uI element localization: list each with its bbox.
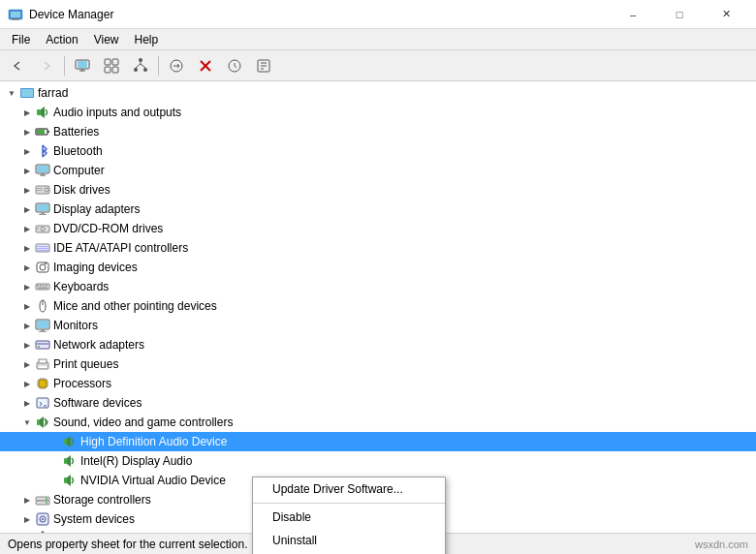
expander-monitors[interactable] [19,318,35,333]
system-icon [35,511,50,527]
tree-label-computer: Computer [53,164,105,177]
svg-rect-44 [37,250,48,251]
svg-rect-58 [39,331,47,332]
tree-label-monitors: Monitors [53,319,98,332]
expander-storage[interactable] [19,492,35,508]
tree-item-print[interactable]: Print queues [0,354,756,374]
main-area: farrad Audio inputs and outputsBatteries… [0,81,756,533]
processor-icon [35,376,50,391]
expander-keyboards[interactable] [19,279,35,294]
back-button[interactable] [4,54,31,77]
svg-rect-50 [40,285,42,287]
forward-button[interactable] [33,54,60,77]
root-expander[interactable] [4,85,19,101]
expander-disk[interactable] [19,182,35,198]
expander-usb[interactable] [19,531,35,533]
tree-item-sound[interactable]: Sound, video and game controllers [0,413,756,432]
storage-icon [35,492,50,508]
expander-display[interactable] [19,201,35,217]
menu-view[interactable]: View [86,31,127,48]
expander-system[interactable] [19,511,35,527]
tree-item-processors[interactable]: Processors [0,374,756,393]
audio-device-icon [62,473,78,488]
tree-item-monitors[interactable]: Monitors [0,316,756,335]
tree-item-disk[interactable]: Disk drives [0,180,756,200]
expander-audio[interactable] [19,105,35,120]
tree-item-computer[interactable]: Computer [0,161,756,180]
tree-root[interactable]: farrad [0,83,756,103]
tree-label-intel-display: Intel(R) Display Audio [80,454,192,468]
connection-button[interactable] [127,54,154,77]
tree-item-network[interactable]: Network adapters [0,335,756,354]
tree-item-ide[interactable]: IDE ATA/ATAPI controllers [0,238,756,258]
expander-processors[interactable] [19,376,35,391]
tree-label-system: System devices [53,512,135,526]
menu-action[interactable]: Action [38,31,85,48]
tree-item-display[interactable]: Display adapters [0,200,756,219]
svg-rect-59 [36,341,49,349]
svg-rect-84 [64,458,67,464]
expander-software[interactable] [19,395,35,411]
context-menu-item-uninstall[interactable]: Uninstall [253,529,445,552]
context-menu-item-update-driver[interactable]: Update Driver Software... [253,477,445,501]
expander-imaging[interactable] [19,260,35,275]
expander-print[interactable] [19,356,35,372]
properties-button[interactable] [250,54,277,77]
tree-item-imaging[interactable]: Imaging devices [0,258,756,277]
tree-item-keyboards[interactable]: Keyboards [0,277,756,296]
show-computer-button[interactable] [69,54,96,77]
tree-item-dvd[interactable]: DVD/CD-ROM drives [0,219,756,238]
expander-intel-display[interactable] [47,453,62,469]
tree-item-intel-display[interactable]: Intel(R) Display Audio [0,451,756,471]
expander-mice[interactable] [19,298,35,314]
audio-icon [35,105,50,120]
scan-button[interactable] [221,54,248,77]
svg-point-10 [139,58,142,62]
svg-rect-57 [41,329,45,331]
svg-rect-80 [37,419,40,425]
expander-network[interactable] [19,337,35,353]
tree-panel[interactable]: farrad Audio inputs and outputsBatteries… [0,81,756,533]
expander-bluetooth[interactable] [19,143,35,159]
svg-point-60 [38,346,40,348]
tree-item-mice[interactable]: Mice and other pointing devices [0,296,756,316]
tree-item-hd-audio[interactable]: High Definition Audio Device [0,432,756,451]
svg-rect-62 [39,359,47,363]
computer-toolbar-icon [75,58,90,74]
maximize-button[interactable]: □ [657,0,702,29]
svg-rect-53 [38,288,47,290]
tree-label-sound: Sound, video and game controllers [53,416,233,429]
toolbar [0,50,756,81]
svg-rect-9 [112,67,118,73]
tree-item-audio[interactable]: Audio inputs and outputs [0,103,756,122]
ide-icon [35,240,50,256]
keyboard-icon [35,279,50,294]
expander-dvd[interactable] [19,221,35,236]
svg-rect-33 [37,190,43,191]
expander-computer[interactable] [19,163,35,178]
expander-nvidia-virtual[interactable] [47,473,62,488]
expander-hd-audio[interactable] [47,434,62,449]
status-text: Opens property sheet for the current sel… [8,538,247,551]
expander-batteries[interactable] [19,124,35,139]
update-driver-button[interactable] [163,54,190,77]
svg-rect-5 [78,61,87,68]
tree-item-bluetooth[interactable]: Bluetooth [0,141,756,161]
scan-icon [227,58,242,74]
menu-file[interactable]: File [4,31,38,48]
menu-help[interactable]: Help [127,31,167,48]
tree-item-batteries[interactable]: Batteries [0,122,756,141]
minimize-button[interactable]: – [611,0,655,29]
sound-icon [35,415,50,430]
device-type-button[interactable] [98,54,125,77]
close-button[interactable]: ✕ [704,0,748,29]
forward-icon [39,58,54,74]
expander-ide[interactable] [19,240,35,256]
expander-sound[interactable] [19,415,35,430]
svg-rect-52 [46,285,47,287]
uninstall-button[interactable] [192,54,219,77]
software-icon [35,395,50,411]
svg-rect-32 [37,188,43,189]
context-menu-item-disable[interactable]: Disable [253,506,445,529]
tree-item-software[interactable]: Software devices [0,393,756,413]
